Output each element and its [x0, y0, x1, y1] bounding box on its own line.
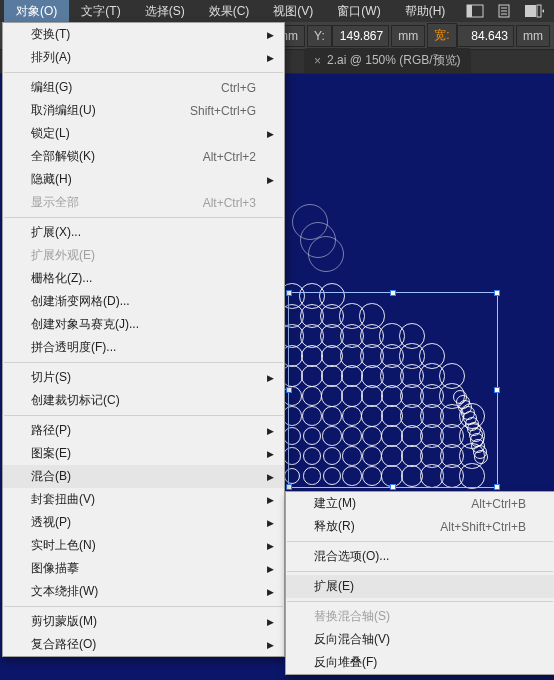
panel-icon[interactable]	[521, 2, 549, 20]
menu-label: 剪切蒙版(M)	[31, 613, 256, 630]
menu-item[interactable]: 锁定(L)▶	[3, 122, 284, 145]
selection-box	[288, 292, 498, 488]
menu-view[interactable]: 视图(V)	[261, 0, 325, 23]
separator	[287, 601, 553, 602]
menu-item[interactable]: 编组(G)Ctrl+G	[3, 76, 284, 99]
menu-label: 扩展(X)...	[31, 224, 256, 241]
menu-item[interactable]: 文本绕排(W)▶	[3, 580, 284, 603]
layout-icon[interactable]	[461, 2, 489, 20]
doc-icon[interactable]	[491, 2, 519, 20]
handle-e[interactable]	[494, 387, 500, 393]
menu-item[interactable]: 混合(B)▶	[3, 465, 284, 488]
menu-label: 栅格化(Z)...	[31, 270, 256, 287]
menu-item[interactable]: 切片(S)▶	[3, 366, 284, 389]
blend-submenu: 建立(M)Alt+Ctrl+B释放(R)Alt+Shift+Ctrl+B混合选项…	[285, 491, 554, 675]
handle-w[interactable]	[286, 387, 292, 393]
w-label: 宽:	[427, 23, 456, 48]
menu-item[interactable]: 全部解锁(K)Alt+Ctrl+2	[3, 145, 284, 168]
menu-item[interactable]: 排列(A)▶	[3, 46, 284, 69]
svg-rect-7	[537, 5, 541, 17]
shortcut: Ctrl+G	[221, 81, 256, 95]
chevron-right-icon: ▶	[267, 518, 274, 528]
menu-help[interactable]: 帮助(H)	[393, 0, 458, 23]
object-menu: 变换(T)▶排列(A)▶编组(G)Ctrl+G取消编组(U)Shift+Ctrl…	[2, 22, 285, 657]
chevron-right-icon: ▶	[267, 53, 274, 63]
menu-item[interactable]: 反向混合轴(V)	[286, 628, 554, 651]
menu-label: 路径(P)	[31, 422, 256, 439]
menu-window[interactable]: 窗口(W)	[325, 0, 392, 23]
menu-label: 拼合透明度(F)...	[31, 339, 256, 356]
menu-label: 扩展外观(E)	[31, 247, 256, 264]
w-unit: mm	[516, 25, 550, 47]
menu-item[interactable]: 扩展(X)...	[3, 221, 284, 244]
menu-label: 隐藏(H)	[31, 171, 256, 188]
chevron-right-icon: ▶	[267, 449, 274, 459]
handle-nw[interactable]	[286, 290, 292, 296]
menu-label: 文本绕排(W)	[31, 583, 256, 600]
menu-item[interactable]: 创建裁切标记(C)	[3, 389, 284, 412]
menu-label: 创建裁切标记(C)	[31, 392, 256, 409]
shortcut: Alt+Ctrl+3	[203, 196, 256, 210]
handle-sw[interactable]	[286, 484, 292, 490]
chevron-right-icon: ▶	[267, 472, 274, 482]
menu-object[interactable]: 对象(O)	[4, 0, 69, 23]
separator	[4, 606, 283, 607]
menu-item[interactable]: 路径(P)▶	[3, 419, 284, 442]
menu-item[interactable]: 释放(R)Alt+Shift+Ctrl+B	[286, 515, 554, 538]
menu-label: 显示全部	[31, 194, 183, 211]
menu-item[interactable]: 创建对象马赛克(J)...	[3, 313, 284, 336]
handle-se[interactable]	[494, 484, 500, 490]
handle-n[interactable]	[390, 290, 396, 296]
menu-effect[interactable]: 效果(C)	[197, 0, 262, 23]
menu-select[interactable]: 选择(S)	[133, 0, 197, 23]
y-value[interactable]: 149.867	[332, 25, 389, 47]
menu-type[interactable]: 文字(T)	[69, 0, 132, 23]
separator	[4, 217, 283, 218]
menu-item[interactable]: 变换(T)▶	[3, 23, 284, 46]
menu-item[interactable]: 反向堆叠(F)	[286, 651, 554, 674]
menu-item[interactable]: 取消编组(U)Shift+Ctrl+G	[3, 99, 284, 122]
menu-item[interactable]: 实时上色(N)▶	[3, 534, 284, 557]
menu-label: 替换混合轴(S)	[314, 608, 526, 625]
menu-item[interactable]: 拼合透明度(F)...	[3, 336, 284, 359]
handle-s[interactable]	[390, 484, 396, 490]
menu-item[interactable]: 图像描摹▶	[3, 557, 284, 580]
menu-item[interactable]: 创建渐变网格(D)...	[3, 290, 284, 313]
menu-item[interactable]: 剪切蒙版(M)▶	[3, 610, 284, 633]
document-tab[interactable]: × 2.ai @ 150% (RGB/预览)	[304, 48, 471, 73]
menu-item[interactable]: 隐藏(H)▶	[3, 168, 284, 191]
menu-item[interactable]: 扩展(E)	[286, 575, 554, 598]
menu-item[interactable]: 封套扭曲(V)▶	[3, 488, 284, 511]
menu-label: 实时上色(N)	[31, 537, 256, 554]
menu-label: 创建对象马赛克(J)...	[31, 316, 256, 333]
menu-item[interactable]: 图案(E)▶	[3, 442, 284, 465]
handle-ne[interactable]	[494, 290, 500, 296]
shortcut: Alt+Ctrl+B	[471, 497, 526, 511]
menubar: 对象(O) 文字(T) 选择(S) 效果(C) 视图(V) 窗口(W) 帮助(H…	[0, 0, 554, 22]
shortcut: Alt+Shift+Ctrl+B	[440, 520, 526, 534]
menu-item[interactable]: 栅格化(Z)...	[3, 267, 284, 290]
menu-label: 混合(B)	[31, 468, 256, 485]
menu-label: 切片(S)	[31, 369, 256, 386]
separator	[4, 362, 283, 363]
shortcut: Shift+Ctrl+G	[190, 104, 256, 118]
close-icon[interactable]: ×	[314, 54, 321, 68]
chevron-right-icon: ▶	[267, 175, 274, 185]
chevron-right-icon: ▶	[267, 564, 274, 574]
menu-item: 显示全部Alt+Ctrl+3	[3, 191, 284, 214]
w-value[interactable]: 84.643	[457, 25, 514, 47]
menu-item[interactable]: 复合路径(O)▶	[3, 633, 284, 656]
menu-label: 全部解锁(K)	[31, 148, 183, 165]
svg-rect-1	[467, 5, 472, 17]
menu-item[interactable]: 混合选项(O)...	[286, 545, 554, 568]
separator	[287, 541, 553, 542]
menu-item[interactable]: 建立(M)Alt+Ctrl+B	[286, 492, 554, 515]
chevron-right-icon: ▶	[267, 426, 274, 436]
menu-item: 替换混合轴(S)	[286, 605, 554, 628]
chevron-right-icon: ▶	[267, 373, 274, 383]
menu-label: 反向混合轴(V)	[314, 631, 526, 648]
menu-item[interactable]: 透视(P)▶	[3, 511, 284, 534]
chevron-right-icon: ▶	[267, 617, 274, 627]
chevron-right-icon: ▶	[267, 495, 274, 505]
menu-label: 建立(M)	[314, 495, 451, 512]
